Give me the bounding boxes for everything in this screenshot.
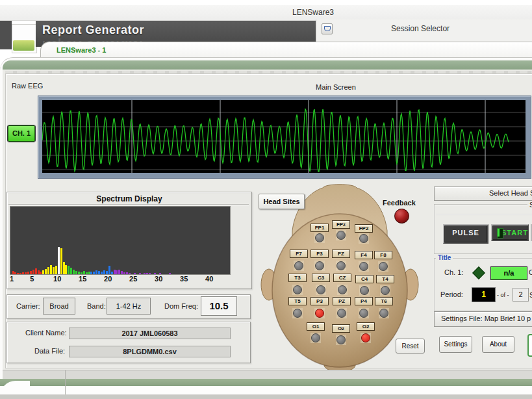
electrode-P4-dot[interactable] xyxy=(359,309,368,318)
electrode-T6-label[interactable]: T6 xyxy=(375,297,393,305)
electrode-P3-dot[interactable] xyxy=(315,309,324,318)
app-title: LENSware3 xyxy=(292,8,334,17)
window-frame-top xyxy=(3,60,532,70)
electrode-F7-label[interactable]: F7 xyxy=(290,250,308,258)
electrode-T5-dot[interactable] xyxy=(293,309,302,318)
data-file-label: Data File: xyxy=(34,347,65,355)
spectrum-tick-25: 25 xyxy=(129,275,138,283)
electrode-C4-label[interactable]: C4 xyxy=(355,275,374,283)
head-sites-button[interactable]: Head Sites xyxy=(259,194,305,209)
spectrum-bar-18.5hz xyxy=(101,272,103,274)
spectrum-bar-28hz xyxy=(149,273,151,274)
electrode-F3-label[interactable]: F3 xyxy=(310,250,329,258)
channel-1-row-label: Ch. 1: xyxy=(444,268,463,276)
spectrum-bar-2.5hz xyxy=(19,273,21,274)
spectrum-bar-18hz xyxy=(98,271,100,274)
reset-button[interactable]: Reset xyxy=(396,339,425,354)
electrode-PZ-label[interactable]: PZ xyxy=(333,297,351,305)
channel-1-value[interactable]: n/a xyxy=(490,266,527,280)
electrode-PZ-dot[interactable] xyxy=(337,309,346,318)
spectrum-display-title: Spectrum Display xyxy=(7,194,251,203)
electrode-FP1-label[interactable]: FP1 xyxy=(310,224,329,232)
background-window-fragment xyxy=(12,24,37,53)
electrode-F8-label[interactable]: F8 xyxy=(374,251,392,259)
session-selector-title: Session Selector xyxy=(391,24,450,33)
electrode-F4-dot[interactable] xyxy=(359,262,368,271)
electrode-F3-dot[interactable] xyxy=(315,261,324,270)
window-outer-edge xyxy=(0,394,532,399)
electrode-C3-dot[interactable] xyxy=(316,285,325,294)
electrode-T3-dot[interactable] xyxy=(293,285,302,294)
electrode-P3-label[interactable]: P3 xyxy=(310,297,329,305)
electrode-T4-dot[interactable] xyxy=(381,286,390,295)
electrode-P4-label[interactable]: P4 xyxy=(355,297,373,305)
spectrum-bar-13.5hz xyxy=(75,271,77,274)
background-window-content xyxy=(13,40,34,51)
period-total[interactable]: 2 xyxy=(513,288,529,302)
spectrum-bar-10hz xyxy=(58,247,60,274)
electrode-O1-label[interactable]: O1 xyxy=(307,322,325,331)
electrode-O2-dot[interactable] xyxy=(361,333,370,342)
electrode-F4-label[interactable]: F4 xyxy=(355,251,373,259)
electrode-T3-label[interactable]: T3 xyxy=(288,274,307,282)
spectrum-bar-2hz xyxy=(17,273,19,274)
client-panel: Client Name: 2017 JML060583 Data File: 8… xyxy=(6,322,251,363)
channel-1-button[interactable]: CH. 1 xyxy=(8,125,35,142)
frame-seam xyxy=(65,370,66,394)
clipped-green-button[interactable] xyxy=(527,334,532,357)
electrode-FP2-dot[interactable] xyxy=(359,234,368,243)
electrode-FPz-label[interactable]: FPz xyxy=(332,220,350,229)
electrode-Oz-dot[interactable] xyxy=(336,335,346,344)
spectrum-bar-6.5hz xyxy=(40,272,42,274)
spectrum-tick-40: 40 xyxy=(205,275,214,283)
data-file-value: 8PLGDMM0.csv xyxy=(69,346,231,357)
channel-1-diamond-icon[interactable] xyxy=(472,266,484,278)
spectrum-bar-11hz xyxy=(63,262,65,274)
spectrum-bar-6hz xyxy=(38,270,40,274)
pulse-button[interactable]: PULSE xyxy=(443,224,488,244)
start-button[interactable]: START xyxy=(491,224,529,241)
select-head-header[interactable]: Select Head S xyxy=(434,187,532,201)
title-group-caption: Title xyxy=(436,254,453,261)
electrode-O1-dot[interactable] xyxy=(311,333,320,342)
clipped-text-c: C xyxy=(529,268,532,276)
spectrum-bar-11.5hz xyxy=(65,265,67,274)
main-window-titlebar[interactable]: LENSware3 - 1 xyxy=(40,42,532,59)
electrode-F8-dot[interactable] xyxy=(379,262,388,271)
spectrum-bar-19hz xyxy=(103,270,105,274)
stimulation-group-caption: S xyxy=(527,201,532,209)
electrode-FPz-dot[interactable] xyxy=(336,231,346,240)
about-button[interactable]: About xyxy=(482,336,514,353)
electrode-Oz-label[interactable]: Oz xyxy=(332,324,350,333)
electrode-T4-label[interactable]: T4 xyxy=(376,275,394,283)
eeg-trace xyxy=(42,109,509,172)
spectrum-bar-25hz xyxy=(134,273,136,274)
spectrum-bar-5hz xyxy=(32,270,34,274)
spectrum-separator xyxy=(8,204,249,205)
electrode-CZ-dot[interactable] xyxy=(338,285,347,294)
spectrum-bar-17hz xyxy=(93,272,95,274)
settings-file-bar[interactable]: Settings File: Map Brief 10 p xyxy=(434,311,532,327)
electrode-F7-dot[interactable] xyxy=(294,261,303,270)
electrode-C3-label[interactable]: C3 xyxy=(312,274,330,282)
spectrum-bar-19.5hz xyxy=(106,271,108,274)
electrode-FZ-label[interactable]: FZ xyxy=(332,250,350,258)
spectrum-bar-15hz xyxy=(83,271,85,274)
electrode-FZ-dot[interactable] xyxy=(336,261,346,270)
spectrum-bar-1.5hz xyxy=(14,272,16,274)
spectrum-bar-24hz xyxy=(129,273,131,274)
electrode-CZ-label[interactable]: CZ xyxy=(333,274,351,282)
electrode-T5-label[interactable]: T5 xyxy=(288,297,307,305)
stimulation-separator xyxy=(436,214,532,214)
settings-file-text: Settings File: Map Brief 10 p xyxy=(441,315,531,322)
electrode-C4-dot[interactable] xyxy=(360,286,369,295)
spectrum-bar-10.5hz xyxy=(60,248,62,274)
electrode-FP1-dot[interactable] xyxy=(315,233,324,242)
electrode-O2-label[interactable]: O2 xyxy=(357,322,375,331)
electrode-FP2-label[interactable]: FP2 xyxy=(355,224,373,233)
band-value[interactable]: 1-42 Hz xyxy=(107,298,151,315)
carrier-value[interactable]: Broad xyxy=(43,298,75,315)
electrode-T6-dot[interactable] xyxy=(379,309,388,318)
settings-button[interactable]: Settings xyxy=(439,336,472,353)
feedback-indicator-light xyxy=(394,209,409,224)
